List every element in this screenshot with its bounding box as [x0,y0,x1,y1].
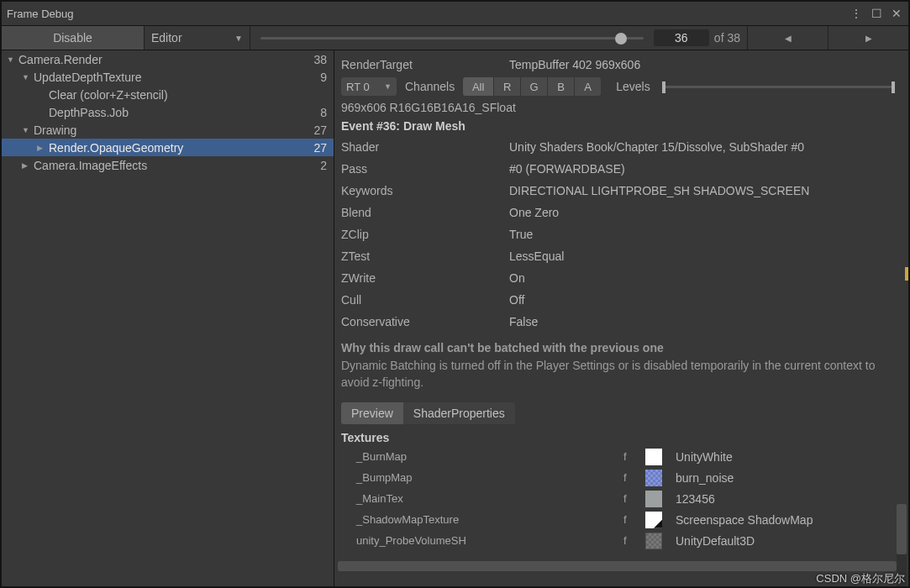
tab-preview[interactable]: Preview [341,402,403,424]
texture-row[interactable]: _ShadowMapTexturefScreenspace ShadowMap [341,509,902,530]
maximize-icon[interactable]: ☐ [870,7,883,20]
window-title: Frame Debug [7,8,73,20]
texture-value: UnityWhite [676,450,733,464]
chevron-down-icon: ▼ [234,34,243,43]
tree-item[interactable]: Render.OpaqueGeometry27 [2,139,334,156]
channel-button-a[interactable]: A [574,77,601,96]
texture-swatch[interactable] [645,533,662,549]
channel-button-b[interactable]: B [547,77,574,96]
tree-item-count: 38 [313,53,327,66]
next-event-button[interactable]: ▶ [828,26,908,50]
batch-reason-title: Why this draw call can't be batched with… [341,333,902,356]
detail-value: Unity Shaders Book/Chapter 15/Dissolve, … [509,140,804,154]
rendertarget-dropdown[interactable]: RT 0 ▼ [341,77,397,96]
detail-key: ZWrite [341,271,509,285]
toolbar: Disable Editor ▼ of 38 ◀ ▶ [2,25,908,50]
tree-item[interactable]: UpdateDepthTexture9 [2,68,334,86]
chevron-down-icon: ▼ [384,82,392,91]
tree-item[interactable]: Clear (color+Z+stencil) [2,86,334,103]
editor-dropdown[interactable]: Editor ▼ [145,26,250,50]
tree-item-label: Clear (color+Z+stencil) [49,88,327,102]
texture-name: _MainTex [341,492,623,505]
detail-value: One Zero [509,206,559,219]
tree-item-label: Render.OpaqueGeometry [49,141,313,155]
tree-item-count: 2 [320,159,327,172]
texture-type: f [623,450,645,463]
detail-value: #0 (FORWARDBASE) [509,162,625,176]
prev-event-button[interactable]: ◀ [747,26,828,50]
texture-swatch[interactable] [645,470,662,486]
texture-row[interactable]: _BumpMapfburn_noise [341,467,902,488]
detail-key: ZClip [341,228,509,241]
levels-slider[interactable] [662,86,895,88]
detail-value: Off [509,293,524,307]
tree-item[interactable]: Camera.Render38 [2,50,334,68]
window-controls: ⋮ ☐ ✕ [850,7,903,20]
channel-button-r[interactable]: R [493,77,520,96]
texture-row[interactable]: _BurnMapfUnityWhite [341,446,902,467]
texture-type: f [623,471,645,484]
expand-arrow-icon[interactable] [22,126,32,134]
detail-value: On [509,271,525,285]
texture-type: f [623,534,645,547]
tab-shader-properties[interactable]: ShaderProperties [403,402,515,424]
tree-item-count: 8 [320,106,327,119]
texture-name: _ShadowMapTexture [341,513,623,526]
texture-swatch[interactable] [645,491,662,507]
channel-buttons: AllRGBA [463,77,601,96]
channels-label: Channels [405,80,455,93]
side-marker [905,267,908,281]
tree-item[interactable]: Camera.ImageEffects2 [2,156,334,174]
levels-min-knob[interactable] [662,81,665,93]
batch-reason-text: Dynamic Batching is turned off in the Pl… [341,356,902,397]
slider-knob[interactable] [615,33,627,45]
tree-item[interactable]: Drawing27 [2,121,334,139]
tree-item-label: Camera.Render [18,53,313,66]
call-tree[interactable]: Camera.Render38UpdateDepthTexture9Clear … [2,50,334,586]
detail-value: LessEqual [509,249,564,263]
detail-tabs: Preview ShaderProperties [341,402,902,424]
tree-item-count: 27 [313,141,327,155]
detail-key: Shader [341,140,509,154]
levels-label: Levels [616,80,650,93]
format-info: 969x606 R16G16B16A16_SFloat [341,97,902,118]
menu-icon[interactable]: ⋮ [850,7,863,20]
texture-swatch[interactable] [645,449,662,465]
close-icon[interactable]: ✕ [890,7,903,20]
render-target-label: RenderTarget [341,58,509,71]
texture-value: UnityDefault3D [676,534,755,548]
expand-arrow-icon[interactable] [7,55,17,64]
editor-dropdown-label: Editor [151,31,182,45]
detail-key: Blend [341,206,509,219]
horizontal-scrollbar[interactable] [338,561,897,571]
watermark: CSDN @格尔尼尔 [816,571,905,586]
detail-key: Cull [341,293,509,307]
render-target-value: TempBuffer 402 969x606 [509,58,640,71]
expand-arrow-icon[interactable] [22,73,32,81]
tree-item[interactable]: DepthPass.Job8 [2,103,334,121]
texture-value: Screenspace ShadowMap [676,513,813,527]
texture-type: f [623,492,645,505]
event-slider[interactable] [260,37,644,39]
title-bar: Frame Debug ⋮ ☐ ✕ [2,2,908,25]
event-title: Event #36: Draw Mesh [341,118,902,136]
detail-value: DIRECTIONAL LIGHTPROBE_SH SHADOWS_SCREEN [509,184,809,197]
disable-button[interactable]: Disable [2,26,145,50]
channel-button-g[interactable]: G [520,77,547,96]
details-panel: RenderTarget TempBuffer 402 969x606 RT 0… [334,50,908,586]
channel-button-all[interactable]: All [463,77,493,96]
texture-row[interactable]: unity_ProbeVolumeSHfUnityDefault3D [341,530,902,551]
detail-key: Keywords [341,184,509,197]
tree-item-label: Camera.ImageEffects [34,159,320,172]
detail-key: ZTest [341,249,509,263]
texture-swatch[interactable] [645,512,662,528]
tree-item-label: Drawing [34,123,313,137]
levels-max-knob[interactable] [892,81,895,93]
tree-item-count: 27 [313,123,327,137]
detail-value: False [509,315,538,328]
texture-row[interactable]: _MainTexf123456 [341,488,902,509]
expand-arrow-icon[interactable] [37,144,47,152]
tree-item-label: UpdateDepthTexture [34,71,320,84]
event-number-input[interactable] [654,29,709,46]
expand-arrow-icon[interactable] [22,161,32,170]
